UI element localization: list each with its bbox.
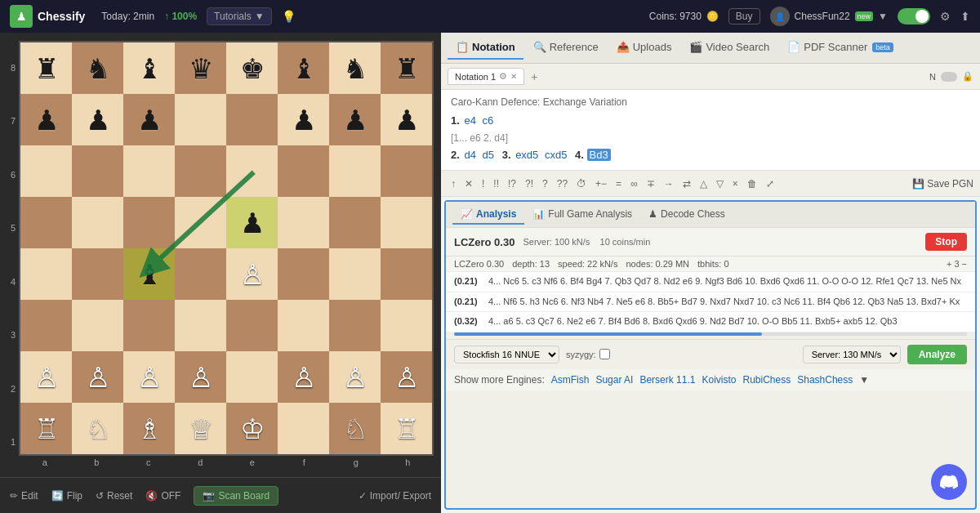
eval-line-2[interactable]: (0.21) 4... Nf6 5. h3 Nc6 6. Nf3 Nb4 7. … [446,292,975,312]
analyze-button[interactable]: Analyze [907,345,967,364]
sound-off-button[interactable]: 🔇 OFF [145,490,180,502]
engine-sugar[interactable]: Sugar AI [595,374,633,386]
board-cell[interactable] [381,300,432,351]
more-engines-expand[interactable]: ▼ [859,374,869,386]
board-cell[interactable]: ♚ [226,42,278,94]
analysis-tab-decode[interactable]: ♟ Decode Chess [640,205,733,225]
board-cell[interactable] [123,300,175,351]
syzygy-checkbox[interactable] [599,349,610,359]
board-cell[interactable] [226,351,278,403]
board-cell[interactable]: ♞ [72,42,123,94]
import-export-button[interactable]: ✓ Import/ Export [359,490,431,502]
board-cell[interactable]: ♙ [20,351,72,403]
board-cell[interactable]: ♘ [329,403,381,454]
engine-koivisto[interactable]: Koivisto [702,374,736,386]
board-cell[interactable]: ♟ [329,94,381,145]
tab-reference[interactable]: 🔍 Reference [525,36,607,60]
board-cell[interactable]: ♖ [20,403,72,454]
board-cell[interactable]: ♟ [381,94,432,145]
unclear-button[interactable]: ∞ [627,176,641,191]
board-cell[interactable] [381,248,432,300]
board-cell[interactable]: ♟ [226,197,278,248]
board-cell[interactable] [123,145,175,197]
board-cell[interactable] [278,145,329,197]
board-cell[interactable] [20,300,72,351]
board-cell[interactable] [381,145,432,197]
board-cell[interactable] [72,300,123,351]
board-cell[interactable]: ♛ [175,42,226,94]
board-cell[interactable] [329,145,381,197]
tab-pdf[interactable]: 📄 PDF Scanner beta [779,36,902,60]
board-cell[interactable]: ♙ [226,248,278,300]
board-cell[interactable] [278,403,329,454]
board-cell[interactable]: ♙ [381,351,432,403]
equal-button[interactable]: = [612,176,625,191]
board-cell[interactable] [278,248,329,300]
tutorials-button[interactable]: Tutorials ▼ [207,7,271,25]
settings-icon[interactable]: ⚙ [499,71,507,82]
edit-button[interactable]: ✏ Edit [10,490,38,502]
board-cell[interactable]: ♟ [20,94,72,145]
board-cell[interactable] [123,197,175,248]
notation-add-button[interactable]: + [531,70,537,83]
with-button[interactable]: △ [697,176,710,191]
engine-rubichess[interactable]: RubiChess [743,374,791,386]
board-cell[interactable] [175,94,226,145]
engine-asmfish[interactable]: AsmFish [551,374,590,386]
eval-line-3[interactable]: (0.32) 4... a6 5. c3 Qc7 6. Ne2 e6 7. Bf… [446,312,975,332]
interesting-button[interactable]: !? [505,176,519,191]
board-cell[interactable]: ♜ [381,42,432,94]
board-cell[interactable]: ♝ [278,42,329,94]
board-cell[interactable] [175,248,226,300]
slight-black-button[interactable]: ∓ [644,176,658,191]
move-d5[interactable]: d5 [481,149,496,161]
board-cell[interactable]: ♜ [20,42,72,94]
toggle-switch[interactable] [898,8,930,25]
board-cell[interactable] [226,300,278,351]
engine-shashchess[interactable]: ShashChess [797,374,853,386]
gear-icon[interactable]: ⚙ [940,10,951,23]
move-e4[interactable]: e4 [462,114,477,127]
board-cell[interactable] [226,94,278,145]
board-cell[interactable]: ♗ [123,403,175,454]
board-cell[interactable]: ♕ [175,403,226,454]
board-cell[interactable]: ♖ [381,403,432,454]
flip-button[interactable]: 🔄 Flip [51,490,82,502]
scan-board-button[interactable]: 📷 Scan Board [194,486,278,506]
move-d4[interactable]: d4 [462,149,477,161]
board-cell[interactable]: ♙ [175,351,226,403]
stop-button[interactable]: Stop [925,233,967,251]
counterplay-button[interactable]: ⇄ [679,176,694,191]
good-move-button[interactable]: ! [479,176,488,191]
analysis-tab-analysis[interactable]: 📈 Analysis [452,205,524,225]
board-cell[interactable] [329,248,381,300]
nav-up-button[interactable]: ↑ [448,176,459,191]
board-cell[interactable]: ♝ [123,42,175,94]
chevron-down-icon[interactable]: ▼ [878,11,888,22]
board-cell[interactable]: ♙ [72,351,123,403]
board-cell[interactable] [278,300,329,351]
move-cxd5[interactable]: cxd5 [543,149,568,161]
attack-button[interactable]: → [661,176,677,191]
delete-move-button[interactable]: ✕ [461,176,476,191]
board-cell[interactable]: ♘ [72,403,123,454]
winning-button[interactable]: +− [592,176,610,191]
dubious-button[interactable]: ?! [522,176,537,191]
board-cell[interactable]: ♙ [278,351,329,403]
board-cell[interactable] [72,197,123,248]
board-cell[interactable]: ♞ [329,42,381,94]
board-cell[interactable] [72,248,123,300]
collapse-icon[interactable]: ⬆ [960,10,970,23]
board-cell[interactable] [175,145,226,197]
board-cell[interactable] [72,145,123,197]
board-cell[interactable]: ♔ [226,403,278,454]
move-bd3[interactable]: Bd3 [587,149,611,161]
save-pgn-button[interactable]: 💾 Save PGN [912,178,973,190]
board-cell[interactable]: ♟ [72,94,123,145]
tab-video[interactable]: 🎬 Video Search [681,36,777,60]
without-button[interactable]: ▽ [713,176,727,191]
eval-line-1[interactable]: (0.21) 4... Nc6 5. c3 Nf6 6. Bf4 Bg4 7. … [446,272,975,292]
board-cell[interactable] [278,197,329,248]
tab-uploads[interactable]: 📤 Uploads [608,36,680,60]
discord-button[interactable] [931,464,967,500]
